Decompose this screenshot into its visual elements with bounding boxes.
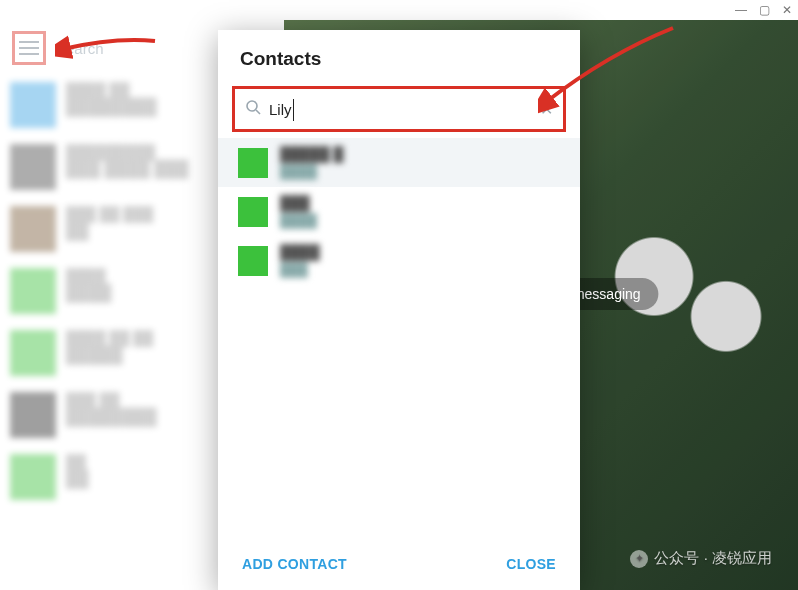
contact-avatar — [238, 197, 268, 227]
svg-rect-1 — [19, 47, 39, 49]
chat-avatar — [10, 144, 56, 190]
svg-rect-0 — [19, 41, 39, 43]
window-titlebar: — ▢ ✕ — [0, 0, 798, 20]
chat-name: ██ — [66, 454, 86, 470]
contact-avatar — [238, 148, 268, 178]
watermark-text: 公众号 · 凌锐应用 — [654, 549, 772, 568]
watermark-icon: ✦ — [630, 550, 648, 568]
contact-avatar — [238, 246, 268, 276]
modal-actions: ADD CONTACT CLOSE — [218, 542, 580, 590]
chat-avatar — [10, 82, 56, 128]
svg-point-3 — [247, 101, 257, 111]
contacts-results: █████ █████ ███████ ███████ — [218, 138, 580, 542]
maximize-button[interactable]: ▢ — [759, 3, 770, 17]
contact-result-item[interactable]: ███████ — [218, 187, 580, 236]
chat-avatar — [10, 268, 56, 314]
contact-text: █████ █████ — [280, 146, 343, 179]
chat-avatar — [10, 330, 56, 376]
chat-name: ████ ██ ██ — [66, 330, 153, 346]
add-contact-button[interactable]: ADD CONTACT — [242, 556, 347, 572]
hamburger-icon — [19, 41, 39, 55]
chat-name: ███ ██ — [66, 392, 119, 408]
contact-text: ███████ — [280, 195, 317, 228]
contacts-search-wrap: ✕ — [232, 86, 566, 132]
close-window-button[interactable]: ✕ — [782, 3, 792, 17]
text-caret — [293, 99, 294, 121]
chat-name: █████████ — [66, 144, 155, 160]
contacts-search-input[interactable] — [269, 101, 540, 118]
svg-rect-2 — [19, 53, 39, 55]
chat-name: ████ ██ — [66, 82, 129, 98]
minimize-button[interactable]: — — [735, 3, 747, 17]
contacts-modal: Contacts ✕ █████ █████ ███████ ███████ A… — [218, 30, 580, 590]
menu-button[interactable] — [12, 31, 46, 65]
chat-avatar — [10, 454, 56, 500]
chat-name: ███ ██ ███ — [66, 206, 153, 222]
chat-name: ████ — [66, 268, 106, 284]
clear-search-icon[interactable]: ✕ — [540, 100, 553, 119]
contact-result-item[interactable]: █████ █████ — [218, 138, 580, 187]
close-modal-button[interactable]: CLOSE — [506, 556, 556, 572]
contact-result-item[interactable]: ███████ — [218, 236, 580, 285]
search-icon — [245, 99, 261, 119]
modal-title: Contacts — [218, 30, 580, 82]
chat-avatar — [10, 392, 56, 438]
contact-text: ███████ — [280, 244, 320, 277]
sidebar-search-placeholder[interactable]: Search — [56, 40, 104, 57]
chat-avatar — [10, 206, 56, 252]
svg-line-4 — [256, 110, 260, 114]
watermark: ✦ 公众号 · 凌锐应用 — [630, 549, 772, 568]
